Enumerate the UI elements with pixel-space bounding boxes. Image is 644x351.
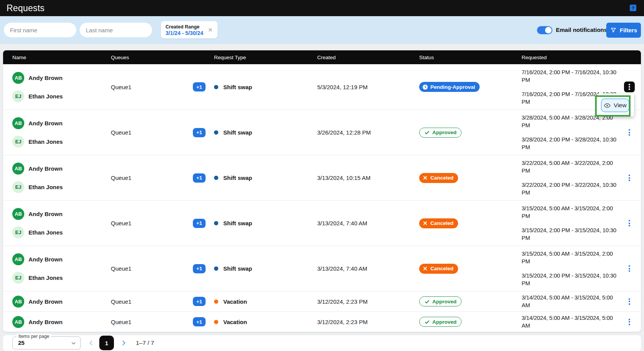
request-type-label: Shift swap <box>223 84 252 90</box>
queue-overflow-badge[interactable]: +1 <box>193 82 206 91</box>
filters-button[interactable]: Filters <box>606 23 641 38</box>
kebab-icon <box>629 129 630 131</box>
avatar: AB <box>12 296 24 308</box>
status-badge: Canceled <box>419 173 458 183</box>
queue-label: Queue1 <box>111 129 131 136</box>
queue-overflow-badge[interactable]: +1 <box>193 219 206 228</box>
name-cell: ABAndy BrownEJEthan Jones <box>12 64 111 110</box>
next-page-button[interactable] <box>120 339 127 347</box>
request-type-cell: Vacation <box>214 312 317 332</box>
status-label: Approved <box>432 299 457 304</box>
created-cell: 3/12/2024, 2:23 PM <box>317 291 419 311</box>
status-badge: Pending-Approval <box>419 82 480 92</box>
person-name: Ethan Jones <box>28 274 63 281</box>
requested-cell: 3/15/2024, 5:00 AM - 3/15/2024, 2:00 PM3… <box>522 246 618 291</box>
requested-range: 7/16/2024, 2:00 PM - 7/16/2024, 10:30 PM <box>522 68 618 84</box>
person-name: Andy Brown <box>28 120 62 126</box>
queue-label: Queue1 <box>111 175 131 181</box>
queue-label: Queue1 <box>111 265 131 272</box>
requested-range: 3/22/2024, 5:00 AM - 3/22/2024, 2:00 PM <box>522 159 618 175</box>
person: ABAndy Brown <box>12 72 62 84</box>
request-type-dot <box>214 266 218 271</box>
avatar: EJ <box>12 181 24 193</box>
status-badge: Approved <box>419 317 462 327</box>
request-type-cell: Shift swap <box>214 246 317 291</box>
last-name-input[interactable] <box>80 23 152 37</box>
column-header-created: Created <box>317 50 419 64</box>
row-menu-button[interactable] <box>624 127 635 138</box>
request-type-dot <box>214 221 218 225</box>
queue-overflow-badge[interactable]: +1 <box>193 173 206 183</box>
x-icon <box>422 220 428 226</box>
created-cell: 3/13/2024, 7:40 AM <box>317 201 419 246</box>
request-type-cell: Shift swap <box>214 201 317 246</box>
request-type-cell: Shift swap <box>214 110 317 155</box>
row-menu-button[interactable] <box>624 296 635 307</box>
column-header-request-type: Request Type <box>214 50 317 64</box>
created-cell: 5/3/2024, 12:19 PM <box>317 64 419 110</box>
x-icon <box>422 175 428 181</box>
items-per-page-select[interactable]: Items per page 25 <box>12 336 81 349</box>
view-menu-item-label: View <box>614 102 626 109</box>
status-badge: Approved <box>419 296 462 306</box>
name-cell: ABAndy Brown <box>12 312 111 332</box>
request-type-cell: Vacation <box>214 291 317 311</box>
requested-range: 3/15/2024, 2:00 PM - 3/15/2024, 10:30 PM <box>522 272 618 287</box>
person: EJEthan Jones <box>12 90 63 102</box>
kebab-icon <box>629 175 630 176</box>
request-type-dot <box>214 85 218 89</box>
name-cell: ABAndy BrownEJEthan Jones <box>12 246 111 291</box>
table-row: ABAndy BrownEJEthan Jones Queue1 +1 Shif… <box>3 246 641 291</box>
row-menu-button[interactable] <box>624 82 635 92</box>
first-name-input[interactable] <box>4 23 76 37</box>
avatar: EJ <box>12 90 24 102</box>
requested-range: 3/15/2024, 5:00 AM - 3/15/2024, 2:00 PM <box>522 250 618 265</box>
queues-cell: Queue1 +1 <box>111 246 214 291</box>
row-menu-button[interactable] <box>624 263 635 274</box>
column-header-requested: Requested <box>522 50 618 64</box>
queues-cell: Queue1 +1 <box>111 110 214 155</box>
requested-range: 3/14/2024, 5:00 AM - 3/15/2024, 5:00 AM <box>522 294 618 309</box>
created-range-chip[interactable]: Created Range 3/1/24 - 5/30/24 ✕ <box>161 21 217 38</box>
help-icon[interactable]: ? <box>630 5 636 11</box>
status-cell: Canceled <box>419 155 522 200</box>
actions-cell <box>618 312 641 332</box>
requested-cell: 3/28/2024, 5:00 AM - 3/28/2024, 2:00 PM3… <box>522 110 618 155</box>
table-row: ABAndy BrownEJEthan Jones Queue1 +1 Shif… <box>3 155 641 200</box>
queue-overflow-badge[interactable]: +1 <box>193 264 206 273</box>
table-row: ABAndy BrownEJEthan Jones Queue1 +1 Shif… <box>3 110 641 155</box>
person: ABAndy Brown <box>12 117 62 129</box>
x-icon <box>422 266 428 271</box>
queue-overflow-badge[interactable]: +1 <box>193 128 206 137</box>
top-bar: Requests ? <box>0 0 644 16</box>
chevron-right-icon <box>120 339 127 347</box>
person-name: Andy Brown <box>28 211 62 217</box>
queues-cell: Queue1 +1 <box>111 291 214 311</box>
status-cell: Canceled <box>419 201 522 246</box>
status-label: Canceled <box>430 266 453 271</box>
clock-icon <box>422 84 428 90</box>
row-menu-button[interactable] <box>624 316 635 327</box>
person: ABAndy Brown <box>12 208 62 220</box>
chevron-down-icon <box>70 340 77 346</box>
previous-page-button[interactable] <box>87 339 95 347</box>
created-cell: 3/13/2024, 10:15 AM <box>317 155 419 200</box>
row-menu-button[interactable] <box>624 173 635 183</box>
person-name: Ethan Jones <box>28 138 63 145</box>
avatar: AB <box>12 316 24 328</box>
row-menu-button[interactable] <box>624 218 635 229</box>
page-1-button[interactable]: 1 <box>99 336 114 350</box>
email-notifications-toggle[interactable] <box>537 26 552 34</box>
view-menu-item[interactable]: View <box>601 98 629 112</box>
queue-overflow-badge[interactable]: +1 <box>193 317 206 326</box>
queue-overflow-badge[interactable]: +1 <box>193 297 206 306</box>
column-header-name: Name <box>12 50 111 64</box>
table-header: Name Queues Request Type Created Status … <box>3 50 641 64</box>
eye-icon <box>604 102 611 109</box>
chip-close-icon[interactable]: ✕ <box>207 27 214 33</box>
person: EJEthan Jones <box>12 181 63 193</box>
filter-bar: Created Range 3/1/24 - 5/30/24 ✕ Email n… <box>0 16 644 44</box>
queues-cell: Queue1 +1 <box>111 64 214 110</box>
name-cell: ABAndy Brown <box>12 291 111 311</box>
request-type-dot <box>214 299 218 304</box>
